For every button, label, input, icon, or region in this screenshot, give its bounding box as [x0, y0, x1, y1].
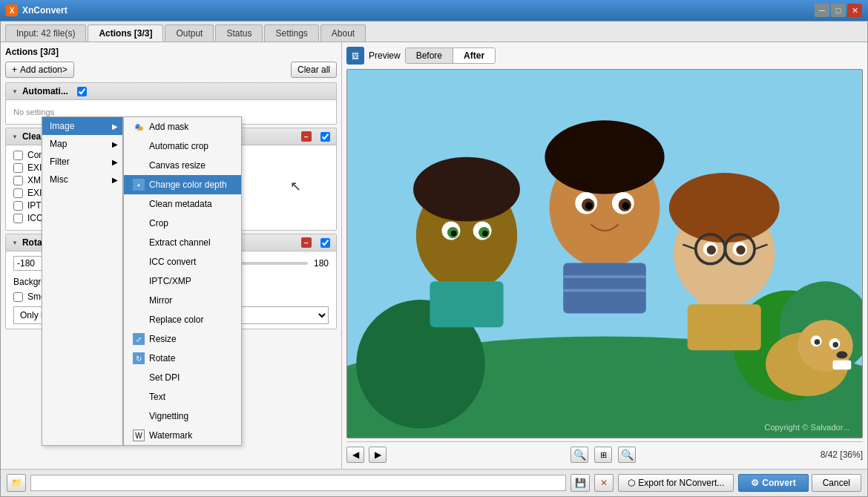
svg-rect-13	[430, 281, 503, 327]
svg-point-20	[585, 203, 593, 210]
next-image-button[interactable]: ▶	[369, 447, 387, 463]
menu-item2-text[interactable]: Text	[124, 387, 241, 407]
add-action-button[interactable]: + Add action>	[5, 62, 74, 78]
menu-item2-icc-convert[interactable]: ICC convert	[124, 252, 241, 271]
menu-item-image-label: Image	[50, 121, 74, 131]
export-label: Export for NConvert...	[638, 478, 724, 488]
auto-crop-label: Automatic crop	[149, 141, 208, 151]
menu-item2-vignetting[interactable]: Vignetting	[124, 407, 241, 426]
actions-toolbar: + Add action> Clear all	[5, 62, 337, 78]
menu-item2-rotate[interactable]: ↻ Rotate	[124, 349, 241, 368]
svg-rect-46	[833, 361, 852, 369]
add-action-label: Add action>	[20, 65, 68, 75]
automate-checkbox[interactable]	[77, 87, 87, 96]
menu-item2-extract-channel[interactable]: Extract channel	[124, 233, 241, 252]
submenu-arrow-misc: ▶	[112, 176, 118, 184]
main-tabs: Input: 42 file(s) Actions [3/3] Output S…	[1, 22, 867, 42]
tab-input[interactable]: Input: 42 file(s)	[5, 24, 86, 42]
menu-level1: Image ▶ Map ▶ Filter ▶ Misc ▶	[42, 116, 123, 446]
convert-label: Convert	[762, 478, 795, 488]
remove-rotate-button[interactable]: −	[301, 237, 312, 248]
vignetting-label: Vignetting	[149, 411, 188, 421]
preview-image: Copyright © Salvador...	[347, 70, 862, 438]
zoom-out-button[interactable]: 🔍	[618, 447, 636, 463]
svg-point-35	[736, 246, 745, 254]
minimize-button[interactable]: ─	[815, 4, 829, 17]
menu-item-filter[interactable]: Filter ▶	[42, 153, 122, 171]
menu-item2-replace-color[interactable]: Replace color	[124, 310, 241, 329]
tab-output[interactable]: Output	[165, 24, 214, 42]
comment-checkbox[interactable]	[13, 151, 23, 160]
menu-item2-add-mask[interactable]: 🎭 Add mask	[124, 117, 241, 136]
prev-image-button[interactable]: ◀	[346, 447, 364, 463]
menu-item-map[interactable]: Map ▶	[42, 135, 122, 153]
menu-item-filter-label: Filter	[50, 157, 70, 167]
menu-item2-canvas-resize[interactable]: Canvas resize	[124, 156, 241, 175]
panel-title: Actions [3/3]	[5, 47, 337, 57]
iptc-checkbox[interactable]	[13, 201, 23, 211]
vignetting-icon	[133, 410, 145, 422]
path-input[interactable]	[30, 475, 566, 491]
extract-channel-label: Extract channel	[149, 237, 211, 248]
tab-status[interactable]: Status	[215, 24, 263, 42]
mirror-icon	[133, 294, 145, 306]
exif-thumbnail-checkbox[interactable]	[13, 188, 23, 198]
clear-all-button[interactable]: Clear all	[291, 62, 337, 78]
fit-to-window-button[interactable]: ⊞	[594, 447, 612, 463]
delete-button[interactable]: ✕	[594, 474, 614, 492]
menu-item-misc[interactable]: Misc ▶	[42, 171, 122, 188]
tab-settings[interactable]: Settings	[264, 24, 318, 42]
svg-point-12	[482, 231, 487, 236]
menu-item2-clean-metadata[interactable]: Clean metadata	[124, 194, 241, 214]
preview-image-area: Copyright © Salvador...	[346, 69, 863, 438]
cancel-button[interactable]: Cancel	[812, 474, 861, 492]
exif-checkbox[interactable]	[13, 163, 23, 173]
menu-item2-auto-crop[interactable]: Automatic crop	[124, 136, 241, 156]
context-menu: Image ▶ Map ▶ Filter ▶ Misc ▶	[42, 116, 242, 446]
menu-item2-iptc-xmp[interactable]: IPTC/XMP	[124, 271, 241, 291]
menu-item2-resize[interactable]: ⤢ Resize	[124, 329, 241, 349]
svg-rect-38	[688, 304, 761, 350]
app-title: XnConvert	[22, 5, 68, 16]
convert-button[interactable]: ⚙ Convert	[738, 474, 808, 492]
xmp-checkbox[interactable]	[13, 176, 23, 185]
tab-actions[interactable]: Actions [3/3]	[88, 24, 163, 42]
menu-item2-change-color-depth[interactable]: ▪ Change color depth	[124, 175, 241, 194]
menu-item2-mirror[interactable]: Mirror	[124, 291, 241, 310]
titlebar-left: X XnConvert	[6, 4, 68, 16]
submenu-arrow-filter: ▶	[112, 158, 118, 166]
rotate-icon: ↻	[133, 352, 145, 364]
tab-before[interactable]: Before	[406, 48, 453, 63]
maximize-button[interactable]: □	[831, 4, 846, 17]
clean-metadata2-label: Clean metadata	[149, 199, 212, 209]
resize-label: Resize	[149, 334, 177, 344]
rotate-checkbox[interactable]	[320, 238, 330, 248]
menu-item2-set-dpi[interactable]: Set DPI	[124, 368, 241, 387]
svg-point-15	[545, 120, 664, 194]
close-button[interactable]: ✕	[847, 4, 862, 17]
tab-about[interactable]: About	[320, 24, 366, 42]
smooth-checkbox[interactable]	[13, 292, 23, 302]
app-icon: X	[6, 4, 18, 16]
zoom-in-button[interactable]: 🔍	[571, 447, 588, 463]
add-mask-icon: 🎭	[133, 121, 145, 133]
change-color-depth-label: Change color depth	[149, 180, 227, 190]
menu-item2-crop[interactable]: Crop	[124, 214, 241, 233]
replace-color-icon	[133, 314, 145, 326]
icc-profile-checkbox[interactable]	[13, 214, 23, 223]
menu-item-image[interactable]: Image ▶	[42, 117, 122, 135]
svg-rect-22	[563, 263, 646, 313]
titlebar: X XnConvert ─ □ ✕	[0, 0, 868, 21]
folder-button[interactable]: 📁	[7, 474, 26, 492]
clean-metadata-checkbox[interactable]	[320, 132, 330, 142]
export-button[interactable]: ⬡ Export for NConvert...	[618, 474, 734, 492]
menu-item-map-label: Map	[50, 139, 67, 149]
remove-clean-metadata-button[interactable]: −	[301, 131, 312, 142]
menu-item2-watermark[interactable]: W Watermark	[124, 426, 241, 445]
save-button[interactable]: 💾	[571, 474, 590, 492]
tab-after[interactable]: After	[453, 48, 495, 63]
preview-tabs: Before After	[405, 47, 496, 64]
automate-header[interactable]: ▼ Automati...	[6, 83, 336, 100]
svg-point-43	[815, 339, 820, 344]
main-window: Input: 42 file(s) Actions [3/3] Output S…	[0, 21, 868, 497]
